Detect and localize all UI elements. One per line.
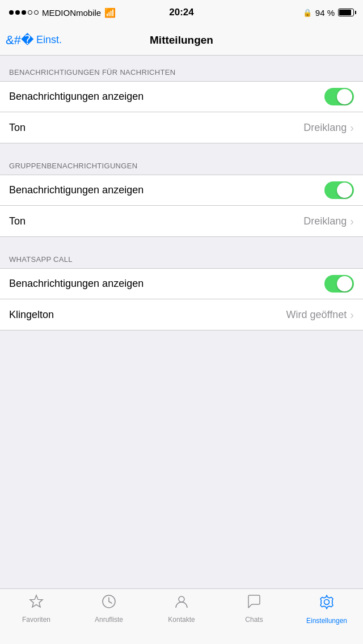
- battery-fill: [339, 10, 351, 15]
- row-grp-notify: Benachrichtigungen anzeigen: [0, 175, 363, 206]
- person-icon: [174, 594, 189, 613]
- dot5: [34, 10, 39, 15]
- row-grp-tone[interactable]: Ton Dreiklang ›: [0, 206, 363, 236]
- row-call-ringtone[interactable]: Klingelton Wird geöffnet ›: [0, 299, 363, 330]
- call-notify-toggle[interactable]: [324, 275, 354, 293]
- status-right: 🔒 94 %: [303, 8, 354, 18]
- gear-icon: [318, 594, 335, 615]
- tab-chats[interactable]: Chats: [218, 594, 290, 624]
- status-bar: MEDIONmobile 📶 20:24 🔒 94 %: [0, 0, 363, 25]
- dot3: [22, 10, 26, 15]
- back-chevron-icon: &#�: [6, 33, 34, 48]
- status-left: MEDIONmobile 📶: [9, 7, 116, 18]
- section-calls-header: WHATSAPP CALL: [0, 243, 363, 268]
- battery-percent: 94 %: [315, 8, 335, 18]
- tab-favorites-label: Favoriten: [22, 616, 50, 624]
- section-messages-body: Benachrichtigungen anzeigen Ton Dreiklan…: [0, 81, 363, 143]
- grp-tone-label: Ton: [9, 215, 26, 227]
- msg-tone-label: Ton: [9, 122, 26, 134]
- section-groups: GRUPPENBENACHRICHTIGUNGEN Benachrichtigu…: [0, 149, 363, 237]
- tab-recents[interactable]: Anrufliste: [73, 594, 145, 624]
- lock-icon: 🔒: [303, 9, 312, 17]
- msg-tone-value: Dreiklang: [303, 122, 347, 134]
- section-messages: BENACHRICHTIGUNGEN FÜR NACHRICHTEN Benac…: [0, 56, 363, 143]
- tab-contacts[interactable]: Kontakte: [145, 594, 218, 624]
- tab-bar: Favoriten Anrufliste Kontakte Ch: [0, 588, 363, 644]
- tab-favorites[interactable]: Favoriten: [0, 594, 73, 624]
- section-groups-body: Benachrichtigungen anzeigen Ton Dreiklan…: [0, 175, 363, 237]
- grp-tone-right: Dreiklang ›: [303, 215, 354, 228]
- svg-point-5: [324, 600, 330, 605]
- dot4: [28, 10, 32, 15]
- grp-notify-label: Benachrichtigungen anzeigen: [9, 184, 143, 196]
- toggle-thumb: [337, 89, 352, 104]
- dot2: [15, 10, 20, 15]
- tab-recents-label: Anrufliste: [95, 616, 123, 624]
- nav-bar: &#� Einst. Mitteilungen: [0, 25, 363, 56]
- msg-notify-label: Benachrichtigungen anzeigen: [9, 91, 143, 103]
- row-msg-tone[interactable]: Ton Dreiklang ›: [0, 112, 363, 143]
- call-ringtone-label: Klingelton: [9, 309, 54, 321]
- tab-chats-label: Chats: [245, 616, 263, 624]
- section-groups-header: GRUPPENBENACHRICHTIGUNGEN: [0, 149, 363, 175]
- spacer-3: [0, 331, 363, 336]
- section-calls: WHATSAPP CALL Benachrichtigungen anzeige…: [0, 243, 363, 331]
- back-button[interactable]: &#� Einst.: [6, 33, 62, 48]
- star-icon: [28, 594, 44, 613]
- toggle-thumb-grp: [337, 183, 352, 198]
- spacer-2: [0, 237, 363, 243]
- call-ringtone-value: Wird geöffnet: [286, 309, 347, 321]
- clock-icon: [101, 594, 117, 613]
- content-area: BENACHRICHTIGUNGEN FÜR NACHRICHTEN Benac…: [0, 56, 363, 588]
- row-msg-notify: Benachrichtigungen anzeigen: [0, 82, 363, 112]
- back-label[interactable]: Einst.: [36, 34, 62, 46]
- toggle-thumb-call: [337, 276, 352, 291]
- svg-point-4: [179, 596, 184, 602]
- signal-dots: [9, 10, 39, 15]
- section-messages-header: BENACHRICHTIGUNGEN FÜR NACHRICHTEN: [0, 56, 363, 81]
- svg-marker-0: [30, 595, 43, 607]
- dot1: [9, 10, 14, 15]
- spacer-1: [0, 143, 363, 149]
- tab-settings-label: Einstellungen: [306, 617, 347, 625]
- page-title: Mitteilungen: [150, 34, 213, 46]
- svg-line-3: [109, 601, 112, 603]
- grp-tone-chevron-icon: ›: [350, 215, 354, 228]
- call-notify-label: Benachrichtigungen anzeigen: [9, 278, 143, 290]
- tab-contacts-label: Kontakte: [168, 616, 195, 624]
- tab-settings[interactable]: Einstellungen: [290, 594, 363, 625]
- section-calls-body: Benachrichtigungen anzeigen Klingelton W…: [0, 268, 363, 331]
- call-ringtone-chevron-icon: ›: [350, 308, 354, 321]
- status-time: 20:24: [169, 7, 193, 18]
- carrier-label: MEDIONmobile: [42, 8, 101, 18]
- battery-icon: [338, 9, 354, 16]
- grp-notify-toggle[interactable]: [324, 181, 354, 199]
- msg-tone-chevron-icon: ›: [350, 121, 354, 134]
- call-ringtone-right: Wird geöffnet ›: [286, 308, 354, 321]
- chat-icon: [246, 594, 262, 613]
- grp-tone-value: Dreiklang: [303, 215, 347, 227]
- wifi-icon: 📶: [104, 7, 116, 18]
- row-call-notify: Benachrichtigungen anzeigen: [0, 269, 363, 299]
- msg-tone-right: Dreiklang ›: [303, 121, 354, 134]
- msg-notify-toggle[interactable]: [324, 88, 354, 105]
